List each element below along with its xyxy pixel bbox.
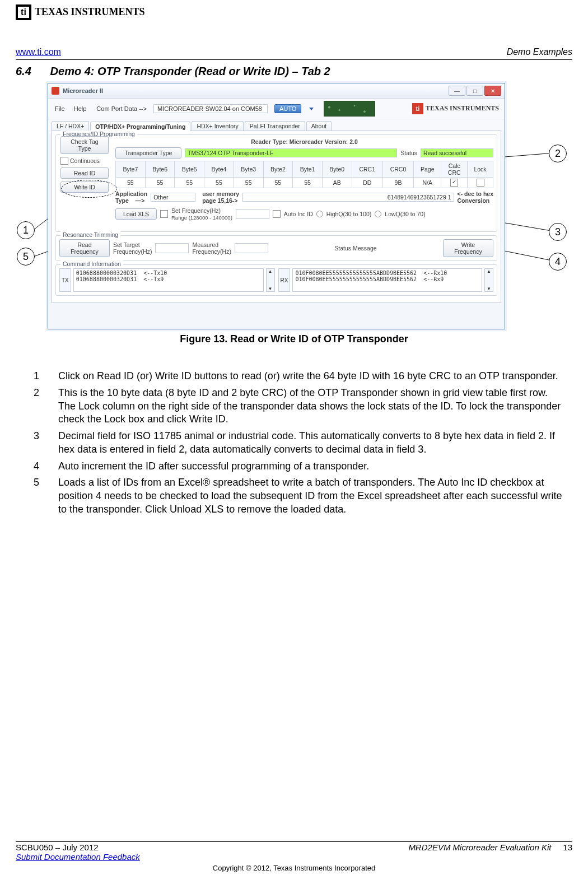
feedback-link[interactable]: Submit Documentation Feedback — [16, 852, 140, 862]
transponder-type-value[interactable]: TMS37124 OTP Transponder-LF — [185, 148, 397, 157]
highq-radio[interactable] — [316, 211, 323, 217]
desc-num-5: 5 — [34, 476, 46, 516]
legend-resonance: Resonance Trimming — [60, 231, 120, 238]
desc-num-1: 1 — [34, 370, 46, 383]
measured-label: Measured Frequency(Hz) — [192, 241, 231, 255]
cell-b6[interactable]: 55 — [145, 178, 175, 188]
load-xls-button[interactable]: Load XLS — [115, 208, 157, 220]
col-byte3: Byte3 — [234, 161, 263, 178]
desc-num-3: 3 — [34, 430, 46, 457]
desc-text-4: Auto increment the ID after successful p… — [58, 460, 566, 473]
callout-5: 5 — [17, 248, 35, 266]
transponder-type-label: Transponder Type — [115, 147, 181, 159]
setfreq-checkbox[interactable] — [160, 210, 168, 218]
tab-palfi[interactable]: PaLFI Transponder — [245, 121, 305, 131]
desc-item-3: 3 Decimal field for ISO 11785 animal or … — [34, 430, 566, 457]
cell-page: N/A — [414, 178, 441, 188]
dec-field[interactable]: 614891469123651729 1 — [242, 193, 454, 202]
callout-3: 3 — [549, 223, 567, 241]
setfreq-block: Set Frequency(Hz) Range (128000 - 140000… — [171, 207, 232, 221]
group-freq-id: Frequency/ID Programming Check Tag Type … — [55, 134, 497, 232]
cell-b5[interactable]: 55 — [175, 178, 204, 188]
apptype-select[interactable]: Other — [151, 193, 195, 202]
tab-otp-programming[interactable]: OTP/HDX+ Programming/Tuning — [90, 122, 190, 131]
cell-b4[interactable]: 55 — [204, 178, 234, 188]
write-id-button[interactable]: Write ID — [60, 181, 109, 193]
cell-crc0[interactable]: 9B — [382, 178, 413, 188]
group-resonance: Resonance Trimming Read Frequency Set Ta… — [55, 235, 497, 261]
cell-b3[interactable]: 55 — [234, 178, 263, 188]
callout-2: 2 — [549, 145, 567, 162]
tab-about[interactable]: About — [306, 121, 332, 131]
cell-b7[interactable]: 55 — [116, 178, 146, 188]
tab-hdx-inventory[interactable]: HDX+ Inventory — [192, 121, 243, 131]
url-link[interactable]: www.ti.com — [16, 47, 61, 57]
tx-box[interactable]: 010688800000320D31 <--Tx10 0106888000003… — [73, 268, 264, 292]
window-title: Microreader II — [63, 87, 103, 94]
maximize-button[interactable]: □ — [466, 86, 483, 96]
desc-text-5: Loads a list of IDs from an Excel® sprea… — [58, 476, 566, 516]
lowq-label: LowQ(30 to 70) — [385, 211, 425, 217]
cell-b0[interactable]: AB — [322, 178, 352, 188]
footer: SCBU050 – July 2012 Submit Documentation… — [16, 843, 572, 872]
cell-b1[interactable]: 55 — [293, 178, 323, 188]
left-button-column: Check Tag Type Continuous Read ID Write … — [60, 136, 109, 193]
comport-field[interactable]: MICROREADER SW02.04 on COM58 — [153, 104, 268, 113]
desc-num-2: 2 — [34, 387, 46, 426]
cell-b2[interactable]: 55 — [263, 178, 293, 188]
col-byte2: Byte2 — [263, 161, 293, 178]
reader-type-label: Reader Type: Microreader Version: 2.0 — [251, 138, 358, 145]
minimize-button[interactable]: — — [449, 86, 465, 96]
cell-lock[interactable] — [468, 178, 493, 188]
close-button[interactable]: ✕ — [484, 86, 501, 96]
setfreq-input[interactable] — [236, 209, 269, 219]
desc-item-4: 4 Auto increment the ID after successful… — [34, 460, 566, 473]
tx-tag: TX — [59, 268, 71, 292]
set-target-label: Set Target Frequency(Hz) — [113, 241, 152, 255]
col-byte1: Byte1 — [293, 161, 323, 178]
dec-hex-label: <- dec to hex Conversion — [458, 190, 493, 204]
apptype-label: Application Type —> — [115, 190, 147, 204]
desc-text-2: This is the 10 byte data (8 byte ID and … — [58, 387, 566, 426]
measured-output — [235, 243, 268, 253]
write-frequency-button[interactable]: Write Frequency — [443, 239, 493, 257]
autoinc-checkbox[interactable] — [273, 210, 281, 218]
ti-logo: TEXAS INSTRUMENTS — [16, 4, 145, 20]
col-byte5: Byte5 — [175, 161, 204, 178]
tabs: LF / HDX+ OTP/HDX+ Programming/Tuning HD… — [48, 119, 505, 131]
rx-tag: RX — [278, 268, 291, 292]
read-id-button[interactable]: Read ID — [60, 167, 109, 179]
lowq-radio[interactable] — [375, 211, 381, 217]
cell-calccrc[interactable] — [441, 178, 468, 188]
page-number: 13 — [563, 843, 572, 852]
check-tag-button[interactable]: Check Tag Type — [60, 136, 109, 154]
continuous-checkbox[interactable] — [60, 157, 68, 165]
section-number: 6.4 — [16, 65, 47, 78]
ti-chip-icon — [16, 4, 31, 20]
menu-help[interactable]: Help — [73, 105, 88, 113]
app-icon — [52, 87, 59, 95]
window-controls: — □ ✕ — [449, 86, 501, 96]
rx-box[interactable]: 010F0080EE55555555555555ABDD9BEE5562 <--… — [292, 268, 482, 292]
auto-dropdown-icon[interactable] — [309, 108, 314, 110]
ti-brand-text: TEXAS INSTRUMENTS — [35, 7, 145, 17]
rx-scrollbar[interactable]: ▲▼ — [484, 268, 493, 292]
ti-brand-inline: TEXAS INSTRUMENTS — [412, 103, 499, 114]
col-byte0: Byte0 — [322, 161, 352, 178]
calccrc-checkbox[interactable] — [450, 179, 458, 187]
desc-item-5: 5 Loads a list of IDs from an Excel® spr… — [34, 476, 566, 516]
tx-scrollbar[interactable]: ▲▼ — [266, 268, 275, 292]
auto-button[interactable]: AUTO — [274, 104, 301, 113]
header-row: www.ti.com Demo Examples — [16, 47, 572, 57]
cell-crc1[interactable]: DD — [352, 178, 382, 188]
lock-checkbox[interactable] — [477, 179, 484, 187]
menu-file[interactable]: File — [54, 105, 66, 113]
desc-item-2: 2 This is the 10 byte data (8 byte ID an… — [34, 387, 566, 426]
callout-1: 1 — [17, 221, 35, 239]
set-target-input[interactable] — [155, 243, 189, 253]
figure-caption: Figure 13. Read or Write ID of OTP Trans… — [0, 333, 588, 345]
col-page: Page — [414, 161, 441, 178]
tab-lf-hdx[interactable]: LF / HDX+ — [52, 121, 89, 131]
page: TEXAS INSTRUMENTS www.ti.com Demo Exampl… — [0, 0, 588, 889]
read-frequency-button[interactable]: Read Frequency — [59, 239, 110, 257]
